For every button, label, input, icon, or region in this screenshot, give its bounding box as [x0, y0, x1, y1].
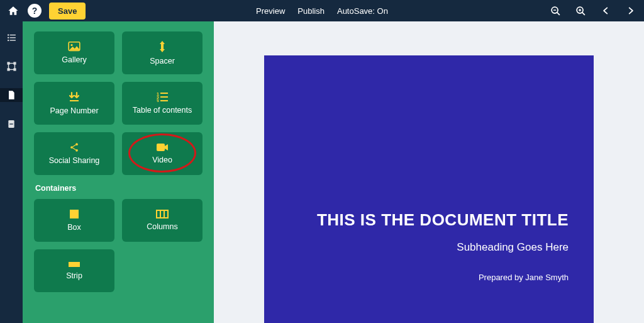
svg-rect-34 [157, 144, 165, 151]
list-icon[interactable] [4, 30, 18, 44]
svg-rect-15 [14, 62, 16, 64]
svg-rect-36 [157, 210, 168, 218]
prev-page-icon[interactable] [599, 4, 613, 18]
pagenum-icon [69, 91, 80, 103]
book-icon[interactable] [4, 117, 18, 131]
page-icon[interactable] [0, 88, 23, 102]
save-button[interactable]: Save [49, 3, 86, 20]
tile-video[interactable]: Video [122, 132, 203, 175]
frame-icon[interactable] [4, 59, 18, 73]
tile-strip[interactable]: Strip [34, 249, 114, 292]
main: GallerySpacerPage Number123Table of cont… [0, 21, 644, 323]
svg-rect-12 [9, 40, 15, 40]
tile-gallery[interactable]: Gallery [34, 31, 114, 74]
svg-rect-24 [160, 93, 168, 94]
leftbar [0, 21, 23, 323]
svg-rect-9 [8, 37, 9, 38]
doc-title[interactable]: THIS IS THE DOCUMENT TITLE [317, 210, 569, 230]
box-icon [69, 209, 79, 219]
autosave-status[interactable]: AutoSave: On [337, 6, 388, 16]
next-page-icon[interactable] [624, 4, 638, 18]
tile-spacer[interactable]: Spacer [122, 31, 203, 74]
svg-rect-14 [8, 62, 9, 64]
svg-text:3: 3 [157, 99, 159, 102]
section-label-containers: Containers [35, 184, 203, 193]
zoom-out-icon[interactable] [548, 4, 562, 18]
svg-rect-11 [8, 40, 9, 41]
svg-line-4 [582, 12, 584, 14]
svg-line-32 [72, 145, 75, 147]
canvas: THIS IS THE DOCUMENT TITLE Subheading Go… [214, 21, 644, 323]
document-page[interactable]: THIS IS THE DOCUMENT TITLE Subheading Go… [264, 55, 594, 323]
svg-rect-35 [70, 210, 79, 218]
preview-link[interactable]: Preview [256, 6, 285, 16]
svg-rect-8 [9, 34, 15, 35]
strip-icon [68, 261, 80, 268]
tile-label: Table of contents [133, 106, 192, 115]
tile-label: Box [67, 223, 81, 232]
image-icon [68, 42, 80, 52]
svg-line-33 [72, 148, 75, 150]
topbar-right [548, 4, 638, 18]
share-icon [69, 142, 79, 152]
highlight-circle [128, 133, 196, 173]
publish-link[interactable]: Publish [297, 6, 325, 16]
columns-icon [156, 210, 169, 218]
tile-box[interactable]: Box [34, 199, 114, 242]
toc-icon: 123 [157, 92, 168, 102]
svg-rect-39 [69, 262, 80, 267]
tile-pagenum[interactable]: Page Number [34, 82, 114, 125]
svg-point-21 [70, 44, 72, 46]
tile-label: Gallery [62, 55, 87, 64]
tile-social[interactable]: Social Sharing [34, 132, 114, 175]
tile-label: Strip [66, 271, 82, 280]
tile-columns[interactable]: Columns [122, 199, 203, 242]
tile-label: Page Number [50, 106, 98, 115]
svg-rect-28 [160, 100, 168, 101]
topbar-center: Preview Publish AutoSave: On [256, 6, 388, 16]
svg-rect-16 [8, 69, 9, 71]
tile-label: Spacer [150, 57, 175, 65]
tile-label: Video [152, 156, 172, 164]
video-icon [156, 143, 169, 152]
svg-rect-7 [8, 34, 9, 35]
topbar-left: ? Save [6, 3, 86, 20]
tile-label: Social Sharing [49, 156, 100, 165]
svg-rect-10 [9, 37, 15, 38]
svg-line-1 [557, 12, 559, 14]
svg-rect-17 [14, 69, 16, 71]
zoom-in-icon[interactable] [574, 4, 587, 18]
doc-subheading[interactable]: Subheading Goes Here [457, 241, 569, 254]
svg-rect-26 [160, 96, 168, 98]
topbar: ? Save Preview Publish AutoSave: On [0, 0, 644, 21]
tile-toc[interactable]: 123Table of contents [122, 82, 203, 125]
help-icon[interactable]: ? [28, 4, 42, 18]
elements-panel: GallerySpacerPage Number123Table of cont… [23, 21, 214, 323]
home-icon[interactable] [6, 4, 20, 18]
tile-label: Columns [147, 222, 177, 231]
doc-byline[interactable]: Prepared by Jane Smyth [479, 273, 569, 282]
spacer-icon [158, 40, 167, 53]
